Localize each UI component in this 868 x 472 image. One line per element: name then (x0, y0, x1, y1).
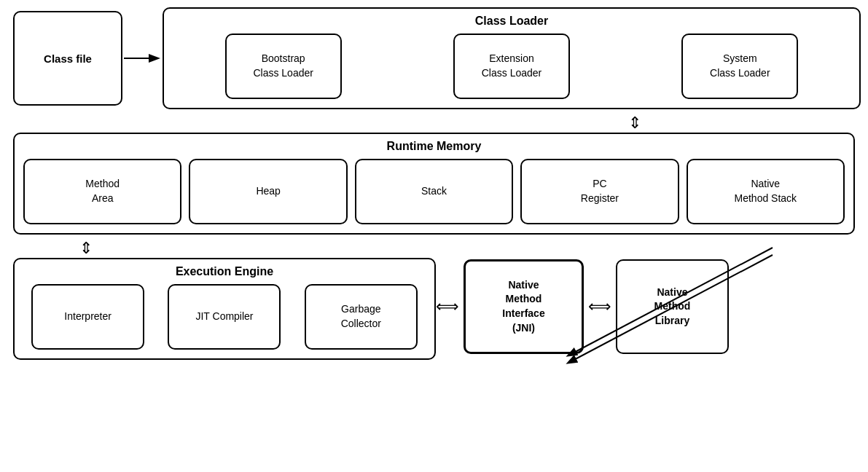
class-loader-inner: BootstrapClass Loader ExtensionClass Loa… (173, 34, 851, 99)
nml-box: NativeMethodLibrary (616, 259, 729, 354)
interpreter-label: Interpreter (64, 310, 112, 324)
runtime-memory-title: Runtime Memory (23, 140, 845, 153)
system-box: SystemClass Loader (681, 34, 798, 99)
execution-engine-box: Execution Engine Interpreter JIT Compile… (13, 258, 436, 360)
nml-label: NativeMethodLibrary (654, 286, 691, 329)
right-arrow-svg (122, 47, 163, 69)
stack-label: Stack (421, 184, 447, 199)
right-section: ⟺ NativeMethodInterface(JNI) ⟺ NativeMet… (436, 259, 855, 354)
double-arrow-h2: ⟺ (588, 297, 611, 316)
jvm-diagram: Class file Class Loader BootstrapClass L… (0, 0, 868, 472)
double-arrow-2: ⇕ (79, 239, 93, 258)
class-loader-box: Class Loader BootstrapClass Loader Exten… (163, 7, 861, 109)
runtime-memory-box: Runtime Memory MethodArea Heap Stack PCR… (13, 133, 855, 235)
garbage-box: GarbageCollector (305, 284, 418, 350)
bottom-section: ⇕ Execution Engine Interpreter JIT Compi… (13, 239, 855, 360)
extension-label: ExtensionClass Loader (482, 52, 542, 80)
extension-box: ExtensionClass Loader (453, 34, 570, 99)
double-arrow-h1: ⟺ (436, 297, 459, 316)
class-file-box: Class file (13, 11, 122, 106)
system-label: SystemClass Loader (710, 52, 770, 80)
heap-label: Heap (256, 184, 280, 199)
top-row: Class file Class Loader BootstrapClass L… (13, 7, 861, 109)
class-loader-title: Class Loader (173, 15, 851, 28)
nmi-box: NativeMethodInterface(JNI) (464, 259, 584, 354)
bootstrap-box: BootstrapClass Loader (225, 34, 342, 99)
pc-register-label: PCRegister (581, 177, 619, 205)
runtime-memory-inner: MethodArea Heap Stack PCRegister NativeM… (23, 159, 845, 224)
execution-engine-inner: Interpreter JIT Compiler GarbageCollecto… (23, 284, 426, 350)
double-arrow-1: ⇕ (7, 115, 861, 131)
method-area-box: MethodArea (23, 159, 181, 224)
stack-box: Stack (355, 159, 513, 224)
heap-box: Heap (189, 159, 347, 224)
nmi-label: NativeMethodInterface(JNI) (502, 278, 544, 335)
execution-engine-title: Execution Engine (23, 265, 426, 278)
class-file-label: Class file (44, 52, 92, 65)
native-method-stack-box: NativeMethod Stack (687, 159, 845, 224)
exec-column: ⇕ Execution Engine Interpreter JIT Compi… (13, 239, 436, 360)
method-area-label: MethodArea (85, 177, 120, 205)
jit-label: JIT Compiler (195, 310, 253, 324)
jit-box: JIT Compiler (168, 284, 281, 350)
bootstrap-label: BootstrapClass Loader (253, 52, 313, 80)
pc-register-box: PCRegister (520, 159, 679, 224)
native-method-stack-label: NativeMethod Stack (735, 177, 797, 205)
interpreter-box: Interpreter (31, 284, 144, 350)
garbage-label: GarbageCollector (341, 302, 381, 331)
